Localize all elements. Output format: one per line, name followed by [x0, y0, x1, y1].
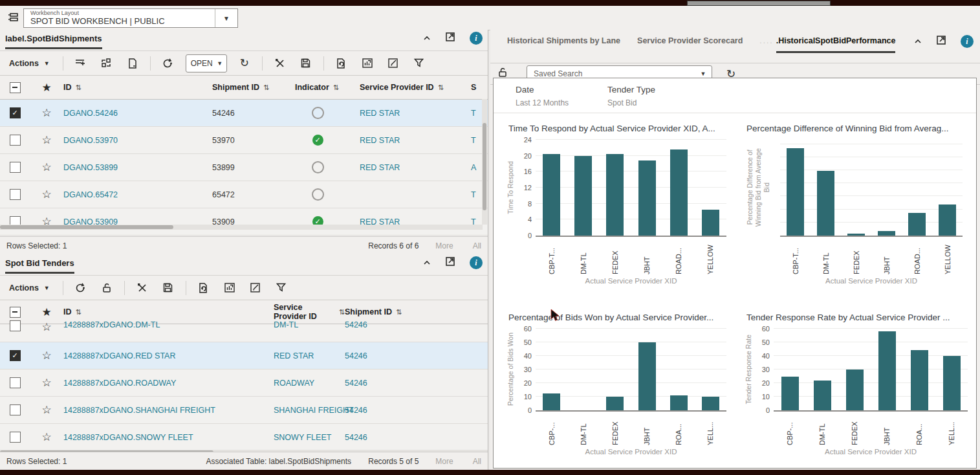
table-row[interactable]: ☆DGANO.6547265472T [0, 181, 488, 208]
tab-historical-shipments-by-lane[interactable]: Historical Shipments by Lane [507, 36, 620, 51]
select-all-checkbox[interactable] [10, 82, 21, 93]
tab-historical-spot-bid-performance[interactable]: .HistoricalSpotBidPerformance [776, 36, 896, 53]
service-provider-link[interactable]: DM-TL [274, 320, 298, 329]
filter-date[interactable]: Date Last 12 Months [516, 85, 569, 113]
chart-view-icon[interactable] [359, 56, 376, 71]
tender-id-link[interactable]: 14288887xDGANO.ROADWAY [63, 379, 176, 388]
row-checkbox[interactable]: ✓ [10, 350, 21, 361]
star-icon[interactable]: ☆ [41, 403, 51, 417]
shipment-id-link[interactable]: 54246 [345, 320, 367, 329]
save-icon[interactable] [298, 56, 314, 71]
export-document-icon[interactable] [333, 56, 350, 71]
table-row[interactable]: ✓☆14288887xDGANO.RED STARRED STAR54246 [0, 342, 488, 370]
shipment-id-link[interactable]: 54246 [345, 351, 367, 360]
shipment-id-link[interactable]: DGANO.53899 [63, 163, 118, 172]
refresh-icon[interactable]: ↻ [236, 56, 253, 71]
workbench-layout-icon[interactable] [8, 12, 19, 25]
actions-button[interactable]: Actions▼ [5, 281, 54, 295]
service-provider-link[interactable]: ROADWAY [274, 379, 314, 388]
all-button[interactable]: All [473, 241, 481, 250]
table-row[interactable]: ☆14288887xDGANO.DM-TLDM-TL54246 [0, 324, 488, 342]
star-icon[interactable]: ☆ [41, 376, 51, 390]
save-icon[interactable] [160, 280, 177, 296]
collapse-panel-icon[interactable] [914, 36, 922, 47]
popout-panel-icon[interactable] [445, 256, 455, 269]
more-button[interactable]: More [435, 457, 453, 466]
sort-icon[interactable]: ⇅ [333, 83, 339, 92]
popout-panel-icon[interactable] [936, 35, 946, 48]
shipment-id-link[interactable]: 54246 [345, 433, 367, 442]
service-provider-link[interactable]: RED STAR [274, 351, 314, 360]
flag-all-star-icon[interactable]: ★ [41, 81, 51, 94]
popout-panel-icon[interactable] [445, 32, 455, 45]
shipment-id-link[interactable]: 54246 [345, 406, 367, 415]
row-checkbox[interactable] [10, 189, 21, 200]
workflow-cycle-icon[interactable] [160, 56, 177, 71]
row-checkbox[interactable] [10, 135, 21, 146]
sort-icon[interactable]: ⇅ [263, 83, 269, 92]
view-status-select[interactable]: OPEN ▼ [186, 54, 227, 72]
tenders-panel-title[interactable]: Spot Bid Tenders [5, 258, 74, 274]
sort-icon[interactable]: ⇅ [76, 83, 82, 92]
workflow-cycle-icon[interactable] [72, 280, 89, 296]
edit-icon[interactable] [247, 280, 264, 296]
row-checkbox[interactable]: ✓ [10, 107, 21, 118]
table-row[interactable]: ☆14288887xDGANO.SNOWY FLEETSNOWY FLEET54… [0, 424, 488, 451]
flag-all-star-icon[interactable]: ★ [41, 305, 51, 319]
row-checkbox[interactable] [10, 377, 21, 388]
sort-icon[interactable]: ⇅ [339, 308, 345, 316]
vertical-scrollbar[interactable] [482, 99, 487, 225]
append-rows-icon[interactable] [72, 56, 89, 71]
actions-button[interactable]: Actions▼ [5, 56, 54, 71]
export-document-icon[interactable] [195, 280, 212, 296]
tab-service-provider-scorecard[interactable]: Service Provider Scorecard [637, 36, 743, 51]
workbench-layout-select[interactable]: Workbench Layout SPOT BID WORKBENCH | PU… [23, 8, 238, 28]
tender-id-link[interactable]: 14288887xDGANO.DM-TL [63, 320, 160, 329]
row-checkbox[interactable] [10, 320, 21, 331]
select-all-checkbox[interactable] [10, 307, 21, 318]
info-icon[interactable]: i [470, 32, 483, 45]
filter-icon[interactable] [411, 56, 428, 71]
shipment-id-link[interactable]: 54246 [345, 379, 367, 388]
table-row[interactable]: ✓☆DGANO.5424654246RED START [0, 100, 488, 127]
star-icon[interactable]: ☆ [41, 160, 51, 174]
table-row[interactable]: ☆14288887xDGANO.SHANGHAI FREIGHTSHANGHAI… [0, 397, 488, 424]
all-button[interactable]: All [473, 457, 481, 466]
sort-icon[interactable]: ⇅ [438, 83, 444, 92]
sort-icon[interactable]: ⇅ [396, 308, 402, 316]
service-provider-link[interactable]: RED STAR [360, 163, 400, 172]
collapse-panel-icon[interactable] [423, 257, 431, 269]
filter-tender-type[interactable]: Tender Type Spot Bid [607, 85, 655, 113]
tender-id-link[interactable]: 14288887xDGANO.SHANGHAI FREIGHT [63, 406, 215, 415]
edit-icon[interactable] [385, 56, 402, 71]
shipment-id-link[interactable]: DGANO.53970 [63, 136, 118, 145]
chart-view-icon[interactable] [221, 280, 238, 296]
compare-icon[interactable] [98, 56, 115, 71]
tender-id-link[interactable]: 14288887xDGANO.SNOWY FLEET [63, 433, 193, 442]
service-provider-link[interactable]: SNOWY FLEET [274, 433, 331, 442]
shipments-panel-title[interactable]: label.SpotBidShipments [5, 34, 102, 49]
service-provider-link[interactable]: RED STAR [360, 109, 400, 118]
table-row[interactable]: ☆DGANO.5390953909✓RED START [0, 208, 488, 236]
star-icon[interactable]: ☆ [41, 430, 51, 444]
service-provider-link[interactable]: SHANGHAI FREIGHT [274, 406, 354, 415]
unassign-icon[interactable] [134, 280, 151, 296]
info-icon[interactable]: i [470, 256, 483, 269]
shipment-id-link[interactable]: DGANO.54246 [63, 109, 118, 118]
sort-icon[interactable]: ⇅ [76, 308, 82, 316]
info-icon[interactable]: i [961, 35, 974, 48]
unlock-icon[interactable] [98, 280, 115, 296]
star-icon[interactable]: ☆ [41, 349, 51, 362]
more-button[interactable]: More [435, 241, 453, 250]
star-icon[interactable]: ☆ [41, 188, 51, 201]
new-document-icon[interactable] [124, 56, 141, 71]
unassign-icon[interactable] [272, 56, 289, 71]
row-checkbox[interactable] [10, 162, 21, 173]
row-checkbox[interactable] [10, 432, 21, 443]
horizontal-scrollbar[interactable] [0, 225, 483, 230]
workbench-layout-caret-icon[interactable]: ▼ [215, 9, 237, 27]
table-row[interactable]: ☆14288887xDGANO.ROADWAYROADWAY54246 [0, 370, 488, 397]
star-icon[interactable]: ☆ [41, 320, 51, 334]
row-checkbox[interactable] [10, 404, 21, 415]
shipment-id-link[interactable]: DGANO.65472 [63, 190, 118, 199]
